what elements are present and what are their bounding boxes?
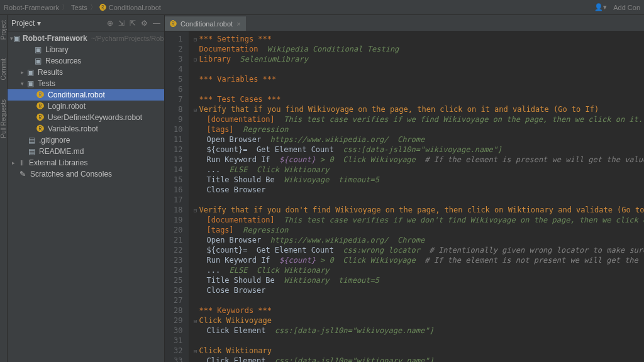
folder-icon: ▣ (33, 57, 43, 65)
user-icon[interactable]: 👤▾ (594, 3, 607, 11)
tree-file-readme[interactable]: ▤README.md (8, 146, 164, 157)
editor-tabs: 🅡 Conditional.robot × (165, 15, 644, 31)
tree-folder-resources[interactable]: ▣Resources (8, 55, 164, 67)
locate-icon[interactable]: ⊕ (107, 19, 113, 28)
tree-external-libraries[interactable]: ▸⫴External Libraries (8, 157, 164, 168)
settings-icon[interactable]: ⚙ (141, 19, 148, 28)
folder-icon: ▣ (13, 34, 20, 43)
code-editor[interactable]: 1234567891011121314151617181920212223242… (165, 31, 644, 362)
add-configuration-button[interactable]: Add Con (613, 4, 640, 11)
line-gutter: 1234567891011121314151617181920212223242… (165, 31, 189, 362)
breadcrumb-file[interactable]: Conditional.robot (109, 4, 161, 11)
breadcrumb-sep: 〉 (62, 3, 69, 12)
library-icon: ⫴ (16, 158, 26, 167)
tree-project-root[interactable]: ▾▣ Robot-Framework ~/PycharmProjects/Rob… (8, 33, 164, 44)
file-icon: ▤ (26, 136, 36, 145)
folder-icon: ▣ (25, 79, 35, 88)
close-icon[interactable]: × (236, 20, 240, 28)
tree-file-variables[interactable]: 🅡Variables.robot (8, 123, 164, 134)
hide-icon[interactable]: — (153, 19, 160, 28)
collapse-all-icon[interactable]: ⇱ (130, 19, 136, 28)
robot-icon: 🅡 (99, 4, 106, 11)
markdown-icon: ▤ (26, 147, 36, 156)
folder-icon: ▣ (25, 68, 35, 77)
tree-file-gitignore[interactable]: ▤.gitignore (8, 134, 164, 146)
folder-icon: ▣ (33, 45, 43, 54)
tree-folder-tests[interactable]: ▾▣Tests (8, 78, 164, 89)
robot-icon: 🅡 (35, 113, 45, 122)
editor-area: 🅡 Conditional.robot × 123456789101112131… (165, 15, 644, 362)
breadcrumb-root[interactable]: Robot-Framework (4, 4, 59, 11)
scratch-icon: ✎ (18, 170, 28, 178)
commit-tool-tab[interactable]: Commit (0, 58, 7, 80)
code-content[interactable]: ⊟*** Settings *** Documentation Wikipedi… (189, 31, 644, 362)
project-sidebar: Project ▾ ⊕ ⇲ ⇱ ⚙ — ▾▣ Robot-Framework ~… (8, 15, 165, 362)
breadcrumb: Robot-Framework 〉 Tests 〉 🅡 Conditional.… (4, 3, 161, 12)
robot-icon: 🅡 (35, 90, 45, 99)
top-bar: Robot-Framework 〉 Tests 〉 🅡 Conditional.… (0, 0, 644, 15)
expand-all-icon[interactable]: ⇲ (118, 19, 125, 28)
tree-file-login[interactable]: 🅡Login.robot (8, 101, 164, 112)
robot-icon: 🅡 (35, 124, 45, 133)
tree-scratches[interactable]: ✎Scratches and Consoles (8, 168, 164, 180)
project-tree: ▾▣ Robot-Framework ~/PycharmProjects/Rob… (8, 31, 164, 362)
pull-requests-tool-tab[interactable]: Pull Requests (0, 99, 7, 138)
tree-file-udk[interactable]: 🅡UserDefinedKeywords.robot (8, 112, 164, 123)
project-tool-tab[interactable]: Project (0, 20, 7, 40)
tab-label: Conditional.robot (180, 20, 233, 28)
robot-icon: 🅡 (170, 20, 177, 28)
tree-file-conditional[interactable]: 🅡Conditional.robot (8, 89, 164, 101)
tool-window-bar: Project Commit Pull Requests (0, 15, 8, 362)
robot-icon: 🅡 (35, 102, 45, 111)
breadcrumb-sep: 〉 (90, 3, 97, 12)
project-dropdown[interactable]: Project ▾ (11, 19, 41, 28)
tab-conditional[interactable]: 🅡 Conditional.robot × (165, 16, 246, 31)
breadcrumb-tests[interactable]: Tests (71, 4, 87, 11)
tree-folder-library[interactable]: ▣Library (8, 44, 164, 55)
tree-folder-results[interactable]: ▸▣Results (8, 67, 164, 78)
